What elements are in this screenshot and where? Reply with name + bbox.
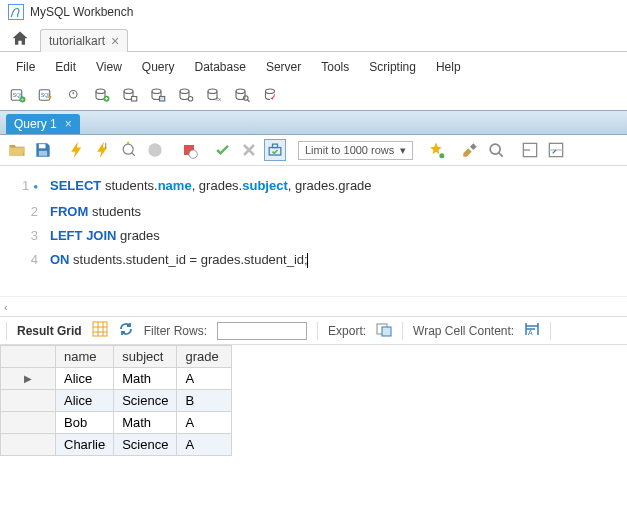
menu-scripting[interactable]: Scripting [359, 56, 426, 78]
svg-rect-27 [269, 148, 281, 156]
title-bar: MySQL Workbench [0, 0, 627, 24]
stop-on-error-button[interactable] [178, 139, 200, 161]
svg-point-9 [124, 89, 133, 94]
db-table-button[interactable] [118, 84, 142, 106]
svg-point-17 [236, 89, 245, 94]
row-marker: ▶ [1, 368, 56, 390]
query-tab[interactable]: Query 1 × [6, 114, 80, 134]
inspector-button[interactable] [62, 84, 86, 106]
table-row[interactable]: Alice Science B [1, 390, 232, 412]
row-header-blank [1, 346, 56, 368]
main-toolbar: SQL+ SQL fx [0, 82, 627, 110]
refresh-icon[interactable] [118, 321, 134, 340]
limit-rows-select[interactable]: Limit to 1000 rows ▾ [298, 141, 413, 160]
svg-point-13 [180, 89, 189, 94]
svg-rect-34 [382, 327, 391, 336]
svg-rect-21 [39, 151, 47, 156]
svg-point-24 [148, 143, 161, 156]
svg-point-15 [208, 89, 217, 94]
close-icon[interactable]: × [111, 34, 119, 48]
menu-query[interactable]: Query [132, 56, 185, 78]
menu-view[interactable]: View [86, 56, 132, 78]
filter-rows-label: Filter Rows: [144, 324, 207, 338]
table-row[interactable]: Charlie Science A [1, 434, 232, 456]
explain-button[interactable] [118, 139, 140, 161]
row-marker [1, 434, 56, 456]
query-tab-label: Query 1 [14, 117, 57, 131]
menu-help[interactable]: Help [426, 56, 471, 78]
row-marker [1, 390, 56, 412]
export-icon[interactable] [376, 321, 392, 340]
filter-rows-input[interactable] [217, 322, 307, 340]
svg-point-11 [152, 89, 161, 94]
svg-point-7 [96, 89, 105, 94]
close-icon[interactable]: × [65, 117, 72, 131]
col-header-name[interactable]: name [56, 346, 114, 368]
table-row[interactable]: Bob Math A [1, 412, 232, 434]
panel2-button[interactable] [545, 139, 567, 161]
brush-button[interactable] [459, 139, 481, 161]
app-title: MySQL Workbench [30, 5, 133, 19]
menu-file[interactable]: File [6, 56, 45, 78]
commit-button[interactable] [212, 139, 234, 161]
svg-rect-10 [132, 97, 137, 102]
svg-text:A: A [528, 329, 533, 336]
svg-text:fx: fx [216, 96, 221, 102]
open-file-button[interactable] [6, 139, 28, 161]
wrap-icon[interactable]: A [524, 321, 540, 340]
svg-text:+: + [21, 97, 24, 102]
line-number: 3 [31, 228, 38, 243]
chevron-down-icon: ▾ [400, 144, 406, 157]
menu-edit[interactable]: Edit [45, 56, 86, 78]
beautify-button[interactable] [425, 139, 447, 161]
home-button[interactable] [6, 27, 34, 51]
line-number: 2 [31, 204, 38, 219]
svg-text:I: I [105, 141, 107, 150]
svg-point-19 [266, 89, 275, 94]
result-toolbar: Result Grid Filter Rows: Export: Wrap Ce… [0, 316, 627, 345]
svg-rect-32 [93, 322, 107, 336]
app-icon [8, 4, 24, 20]
rollback-button[interactable] [238, 139, 260, 161]
save-button[interactable] [32, 139, 54, 161]
connection-tab-label: tutorialkart [49, 34, 105, 48]
table-row[interactable]: ▶ Alice Math A [1, 368, 232, 390]
sql-editor[interactable]: 1 SELECT students.name, grades.subject, … [0, 166, 627, 296]
editor-toolbar: I Limit to 1000 rows ▾ [0, 135, 627, 166]
autocommit-button[interactable] [264, 139, 286, 161]
panel1-button[interactable] [519, 139, 541, 161]
limit-rows-label: Limit to 1000 rows [305, 144, 394, 156]
menu-server[interactable]: Server [256, 56, 311, 78]
line-number: 4 [31, 252, 38, 267]
connection-tabs: tutorialkart × [0, 24, 627, 52]
find-button[interactable] [485, 139, 507, 161]
stop-button[interactable] [144, 139, 166, 161]
result-grid-label: Result Grid [17, 324, 82, 338]
db-refresh-button[interactable] [258, 84, 282, 106]
text-cursor [307, 253, 308, 268]
editor-scrollbar[interactable]: ‹ [0, 296, 627, 316]
new-sql-tab-button[interactable]: SQL+ [6, 84, 30, 106]
result-grid[interactable]: name subject grade ▶ Alice Math A Alice … [0, 345, 232, 456]
wrap-label: Wrap Cell Content: [413, 324, 514, 338]
menu-tools[interactable]: Tools [311, 56, 359, 78]
connection-tab[interactable]: tutorialkart × [40, 29, 128, 52]
svg-rect-12 [160, 97, 165, 102]
col-header-grade[interactable]: grade [177, 346, 232, 368]
svg-point-14 [188, 97, 193, 102]
menu-bar: File Edit View Query Database Server Too… [0, 52, 627, 82]
execute-button[interactable] [66, 139, 88, 161]
db-search-button[interactable] [230, 84, 254, 106]
svg-point-28 [440, 153, 445, 158]
execute-current-button[interactable]: I [92, 139, 114, 161]
open-sql-button[interactable]: SQL [34, 84, 58, 106]
db-proc-button[interactable] [174, 84, 198, 106]
db-func-button[interactable]: fx [202, 84, 226, 106]
menu-database[interactable]: Database [185, 56, 256, 78]
col-header-subject[interactable]: subject [114, 346, 177, 368]
db-add-button[interactable] [90, 84, 114, 106]
svg-rect-20 [39, 144, 46, 148]
export-label: Export: [328, 324, 366, 338]
db-view-button[interactable] [146, 84, 170, 106]
grid-view-icon[interactable] [92, 321, 108, 340]
